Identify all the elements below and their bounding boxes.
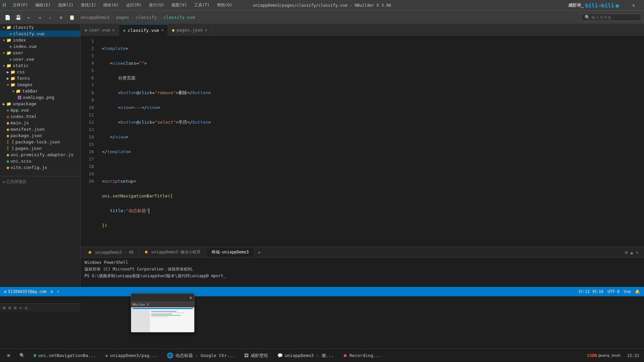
tab-close-pages-json[interactable]: × [205, 28, 207, 33]
sidebar-item-index-html[interactable]: ◉ index.html [0, 113, 80, 120]
tab-user-vue[interactable]: ◈ user.vue × [80, 24, 119, 36]
tab-close-classify-vue[interactable]: × [161, 28, 163, 33]
folder-arrow4: ▾ [3, 63, 5, 68]
window-title: uniappDemo3/pages/classify/classify.vue … [253, 3, 391, 8]
editor-area[interactable]: 1 2 3 4 5 6 7 8 9 10 11 12 13 14 15 16 1 [80, 36, 644, 247]
status-position[interactable]: 行:12 列:16 [579, 289, 604, 295]
terminal-btn-1[interactable]: ⊞ [625, 250, 628, 255]
terminal-tab-terminal[interactable]: 终端-uniappDemo3 [206, 248, 255, 256]
toolbar-new[interactable]: 📄 [3, 13, 12, 22]
menu-select[interactable]: 选择(J) [55, 2, 76, 9]
breadcrumb-classify[interactable]: classify [136, 15, 157, 20]
sidebar-label-pages-json: pages.json [15, 146, 42, 151]
taskbar-item-wallpaper[interactable]: 🖼 咸虾壁纸 [240, 350, 272, 362]
status-icon3[interactable]: ⚡ [57, 289, 59, 294]
wallpaper-icon: 🖼 [244, 353, 249, 358]
toolbar-save[interactable]: 💾 [13, 13, 23, 22]
sidebar-item-user-vue[interactable]: ◈ user.vue [0, 56, 80, 62]
close-button[interactable]: × [626, 0, 641, 11]
sidebar-item-main-js[interactable]: ◉ main.js [0, 120, 80, 126]
taskbar-item-file[interactable]: ◈ uniappDemo3/pag... [101, 350, 161, 362]
sidebar-item-index-vue[interactable]: ◈ index.vue [0, 43, 80, 50]
toolbar-back[interactable]: ← [24, 13, 34, 22]
sidebar-item-tabbar-folder[interactable]: ▾ 📁 tabBar [0, 88, 80, 94]
start-button[interactable]: ⊞ [3, 350, 15, 362]
sidebar-item-static-folder[interactable]: ▾ 📁 static [0, 62, 80, 69]
folder-arrow9: ▶ [3, 102, 5, 106]
toolbar-bookmark[interactable]: ☆ [46, 13, 55, 22]
preview-titlebar: HBuilder X [131, 302, 194, 307]
sidebar-item-fonts-folder[interactable]: ▶ 📁 fonts [0, 75, 80, 81]
sidebar-item-unpackage-folder[interactable]: ▶ 📁 unpackage [0, 101, 80, 107]
sidebar-item-images-folder[interactable]: ▾ 📁 images [0, 81, 80, 88]
code-content[interactable]: <template> <view class=""> 分类页面 <button … [97, 36, 644, 247]
menu-goto[interactable]: 跳转(G) [101, 2, 121, 9]
taskbar-left: ⊞ 🔍 H uni.setNavigationBa... ◈ uniappDem… [3, 350, 385, 362]
breadcrumb-file[interactable]: classify.vue [163, 15, 195, 20]
search-icon: 🔍 [585, 15, 590, 20]
menu-publish[interactable]: 发行(U) [146, 2, 167, 9]
taskbar-item-wechat[interactable]: 💬 uniappDemo3 - 微... [273, 350, 338, 362]
toolbar-history[interactable]: ⊙ [56, 13, 66, 22]
breadcrumb-root[interactable]: uniappDemo3 [80, 15, 109, 20]
menu-file[interactable]: 文件(F) [10, 2, 31, 9]
status-encoding[interactable]: UTF-8 [607, 289, 620, 294]
status-email[interactable]: ⚙ 513894357@qq.com [4, 289, 47, 294]
status-lang[interactable]: Vue [624, 289, 631, 294]
sidebar-item-manifest-json[interactable]: ◉ manifest.json [0, 126, 80, 132]
terminal-btn-2[interactable]: ▲ [630, 250, 633, 255]
file-search-input[interactable] [591, 15, 638, 20]
sidebar-item-user-folder[interactable]: ▾ 📁 user [0, 50, 80, 56]
taskbar-csdn[interactable]: CSDN @wang_book [585, 350, 623, 362]
toolbar-forward[interactable]: → [35, 13, 44, 22]
code-line-11: uni.setNavigationBarTitle({ [102, 192, 644, 200]
terminal-close-btn[interactable]: × [636, 250, 639, 255]
status-notification[interactable]: 🔔 [635, 289, 640, 294]
sidebar-item-package-json[interactable]: ◉ package.json [0, 132, 80, 139]
taskbar-file-label: uniappDemo3/pag... [110, 353, 157, 358]
menu-run[interactable]: 运行(R) [123, 2, 144, 9]
taskbar-datetime[interactable]: 22:31 [625, 350, 641, 362]
breadcrumb-pages[interactable]: pages [116, 15, 129, 20]
sidebar-item-package-lock-json[interactable]: [ ] package-lock.json [0, 139, 80, 145]
sidebar-item-classify-vue[interactable]: ◈ classify.vue [0, 31, 80, 37]
sidebar-item-pages-json[interactable]: [ ] pages.json [0, 145, 80, 152]
menu-find[interactable]: 查找(I) [78, 2, 99, 9]
sidebar-item-classify-folder[interactable]: ▾ 📁 classify [0, 24, 80, 31]
json-file-icon2: ◉ [7, 133, 9, 138]
terminal-add-button[interactable]: + [254, 248, 264, 256]
search-button[interactable]: 🔍 [16, 350, 28, 362]
terminal-tab-h5[interactable]: uniappDemo3 - H5 [83, 249, 140, 256]
menu-help[interactable]: 帮助(O) [214, 2, 235, 9]
bilibili-site: bili bili [585, 2, 614, 9]
sidebar-item-uni-scss[interactable]: ◉ uni.scss [0, 158, 80, 164]
tab-label-classify-vue: classify.vue [128, 28, 159, 33]
terminal-line-4: PS G:\视频录制\uniapp新版\uniappVue3版本\源代码\uni… [85, 273, 640, 279]
sidebar-item-index-folder[interactable]: ▾ 📁 index [0, 37, 80, 43]
sidebar-item-uni-promisify[interactable]: ◉ uni.promisify.adaptor.js [0, 152, 80, 158]
tab-close-user-vue[interactable]: × [112, 28, 114, 33]
menu-tools[interactable]: 工具(T) [192, 2, 212, 9]
taskbar-chrome-label: 动态标题 - Google Chr... [175, 353, 235, 359]
code-line-2: <view class=""> [102, 60, 644, 67]
tab-pages-json[interactable]: ◉ pages.json × [168, 24, 212, 36]
menu-view[interactable]: 视图(V) [169, 2, 190, 9]
menu-edit[interactable]: 编辑(E) [33, 2, 53, 9]
file-search-box[interactable]: 🔍 [582, 14, 641, 21]
popup-close-icon[interactable]: × [190, 295, 192, 300]
code-line-4: <button @click="remove">删除</button> [102, 89, 644, 97]
tab-classify-vue[interactable]: ◈ classify.vue × [119, 24, 168, 36]
taskbar-item-hbuilder[interactable]: H uni.setNavigationBa... [30, 350, 100, 362]
sidebar-label-index: index [13, 38, 26, 43]
sidebar-item-css-folder[interactable]: ▶ 📁 css [0, 69, 80, 75]
code-line-13: }) [102, 222, 644, 229]
sidebar-item-vite-config[interactable]: ◉ vite.config.js [0, 164, 80, 171]
terminal-panel: uniappDemo3 - H5 uniappDemo3-微信小程序 终端-un… [80, 247, 644, 287]
terminal-tab-weixin[interactable]: uniappDemo3-微信小程序 [140, 248, 206, 256]
sidebar-item-xxmlogo[interactable]: 🖼 xxmlLogo.png [0, 94, 80, 101]
taskbar-item-recording[interactable]: ⏺ Recording... [339, 350, 385, 362]
sidebar-item-app-vue[interactable]: ◈ App.vue [0, 107, 80, 113]
close-project-item[interactable]: ⊖ 已关闭项目 [0, 178, 80, 186]
taskbar-item-chrome[interactable]: 🌐 动态标题 - Google Chr... [163, 350, 239, 362]
status-icon2[interactable]: ≡ [51, 289, 53, 294]
